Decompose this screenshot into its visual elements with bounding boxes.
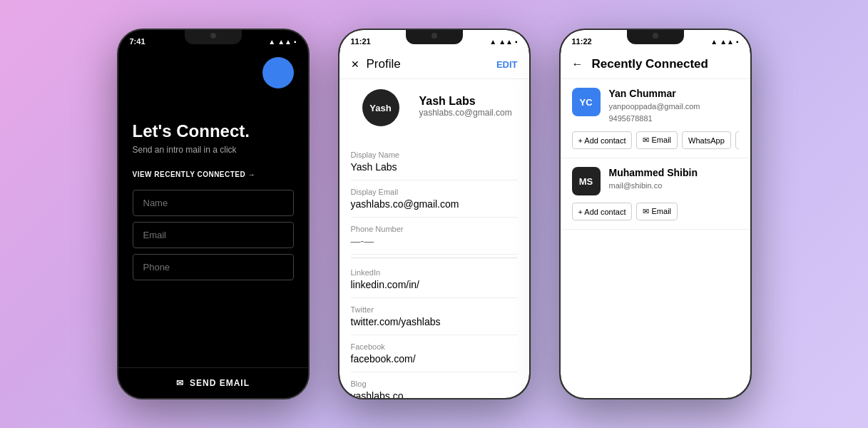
contact-row-yan: YC Yan Chummar yanpooppada@gmail.com 949… (572, 88, 739, 124)
recently-connected-header: ← Recently Connected (561, 50, 750, 79)
contact-actions-yan: + Add contact ✉ Email WhatsApp 📞 Ca... (572, 131, 739, 149)
phone-3: 11:22 ▲ ▲▲ ▪ ← Recently Connected YC Yan… (559, 29, 752, 399)
field-value-display-email: yashlabs.co@gmail.com (351, 198, 518, 210)
status-time-2: 11:21 (351, 37, 371, 46)
profile-name: Yash Labs (419, 95, 512, 108)
call-button-yan[interactable]: 📞 Ca... (735, 131, 739, 149)
profile-email-display: yashlabs.co@gmail.com (419, 108, 512, 118)
profile-fields: Display Name Yash Labs Display Email yas… (339, 143, 529, 398)
status-time-3: 11:22 (572, 37, 592, 46)
status-time-1: 7:41 (130, 37, 145, 46)
field-value-phone: —-— (351, 235, 518, 247)
field-label-twitter: Twitter (351, 305, 518, 314)
field-linkedin: LinkedIn linkedin.com/in/ (351, 261, 518, 298)
send-email-label: SEND EMAIL (190, 378, 250, 388)
camera-dot-1 (210, 33, 216, 39)
camera-dot-3 (653, 33, 658, 39)
contact-row-shibin: MS Muhammed Shibin mail@shibin.co (572, 167, 739, 195)
field-label-facebook: Facebook (351, 342, 518, 351)
section-divider-1 (351, 258, 518, 258)
phone-1-content: 7:41 ▲ ▲▲ ▪ Let's Connect. Send an intro… (118, 30, 308, 398)
wifi-icon: ▲ (268, 38, 275, 46)
contact-avatar-yan: YC (572, 88, 601, 116)
send-email-icon: ✉ (176, 378, 184, 388)
phone-1-screen: 7:41 ▲ ▲▲ ▪ Let's Connect. Send an intro… (118, 30, 308, 398)
lets-connect-subtext: Send an intro mail in a click (133, 145, 294, 155)
field-label-display-email: Display Email (351, 188, 518, 196)
status-icons-2: ▲ ▲▲ ▪ (489, 38, 517, 46)
field-label-phone: Phone Number (351, 225, 518, 233)
email-input[interactable] (133, 222, 294, 248)
back-arrow-icon[interactable]: ← (572, 58, 583, 71)
contact-name-yan: Yan Chummar (609, 88, 700, 99)
signal-icon-2: ▲▲ (499, 38, 513, 46)
blue-avatar-circle[interactable] (262, 57, 294, 88)
whatsapp-button-yan[interactable]: WhatsApp (682, 131, 731, 149)
battery-icon: ▪ (294, 38, 297, 46)
status-icons-3: ▲ ▲▲ ▪ (710, 38, 738, 46)
phone-1-main: Let's Connect. Send an intro mail in a c… (118, 50, 308, 362)
wifi-icon-3: ▲ (710, 38, 718, 46)
profile-header-left: ✕ Profile (351, 57, 401, 71)
profile-name-block: Yash Labs yashlabs.co@gmail.com (419, 95, 512, 118)
field-label-display-name: Display Name (351, 151, 518, 159)
field-phone-number: Phone Number —-— (351, 218, 518, 255)
contact-actions-shibin: + Add contact ✉ Email (572, 203, 739, 220)
view-recently-link[interactable]: VIEW RECENTLY CONNECTED → (133, 170, 294, 178)
contact-form (133, 190, 294, 355)
email-button-shibin[interactable]: ✉ Email (636, 203, 678, 220)
phone-2: 11:21 ▲ ▲▲ ▪ ✕ Profile EDIT Yash (338, 29, 531, 399)
contact-email-shibin: mail@shibin.co (609, 180, 698, 192)
contact-email-yan: yanpooppada@gmail.com (609, 101, 700, 113)
field-label-blog: Blog (351, 379, 518, 388)
field-value-blog: yashlabs.co (351, 390, 518, 398)
profile-title: Profile (367, 57, 401, 71)
notch-2 (406, 30, 463, 44)
field-label-linkedin: LinkedIn (351, 268, 518, 277)
profile-avatar-row: Yash Yash Labs yashlabs.co@gmail.com (339, 79, 529, 143)
field-twitter: Twitter twitter.com/yashlabs (351, 298, 518, 335)
edit-button[interactable]: EDIT (496, 59, 518, 70)
profile-header: ✕ Profile EDIT (339, 50, 529, 79)
lets-connect-heading: Let's Connect. (133, 121, 294, 142)
lets-connect-block: Let's Connect. Send an intro mail in a c… (133, 121, 294, 155)
field-value-linkedin: linkedin.com/in/ (351, 279, 518, 290)
contact-phone-yan: 9495678881 (609, 113, 700, 125)
phone-3-content: 11:22 ▲ ▲▲ ▪ ← Recently Connected YC Yan… (561, 30, 750, 398)
close-icon[interactable]: ✕ (351, 58, 359, 70)
notch-3 (627, 30, 684, 44)
contact-info-shibin: Muhammed Shibin mail@shibin.co (609, 167, 698, 192)
profile-avatar: Yash (362, 89, 399, 126)
notch-1 (185, 30, 242, 44)
send-email-button[interactable]: ✉ SEND EMAIL (118, 367, 308, 398)
phone-3-screen: 11:22 ▲ ▲▲ ▪ ← Recently Connected YC Yan… (561, 30, 750, 398)
battery-icon-3: ▪ (736, 38, 739, 46)
contact-avatar-shibin: MS (572, 167, 601, 195)
signal-icon: ▲▲ (277, 38, 292, 46)
field-facebook: Facebook facebook.com/ (351, 335, 518, 372)
name-input[interactable] (133, 190, 294, 216)
add-contact-button-yan[interactable]: + Add contact (572, 131, 633, 149)
recently-connected-title: Recently Connected (592, 57, 708, 71)
field-value-facebook: facebook.com/ (351, 353, 518, 365)
phone-2-content: 11:21 ▲ ▲▲ ▪ ✕ Profile EDIT Yash (339, 30, 529, 398)
battery-icon-2: ▪ (515, 38, 518, 46)
field-display-email: Display Email yashlabs.co@gmail.com (351, 180, 518, 218)
contact-info-yan: Yan Chummar yanpooppada@gmail.com 949567… (609, 88, 700, 124)
avatar-text: Yash (369, 103, 391, 113)
camera-dot-2 (432, 33, 437, 39)
status-icons-1: ▲ ▲▲ ▪ (268, 38, 296, 46)
field-blog: Blog yashlabs.co (351, 372, 518, 398)
field-display-name: Display Name Yash Labs (351, 143, 518, 180)
email-button-yan[interactable]: ✉ Email (636, 131, 678, 149)
phone-1: 7:41 ▲ ▲▲ ▪ Let's Connect. Send an intro… (117, 29, 310, 399)
contact-card-yan: YC Yan Chummar yanpooppada@gmail.com 949… (561, 79, 750, 158)
contact-name-shibin: Muhammed Shibin (609, 167, 698, 178)
phone-input[interactable] (133, 254, 294, 280)
field-value-display-name: Yash Labs (351, 161, 518, 173)
field-value-twitter: twitter.com/yashlabs (351, 316, 518, 327)
signal-icon-3: ▲▲ (720, 38, 734, 46)
wifi-icon-2: ▲ (489, 38, 496, 46)
add-contact-button-shibin[interactable]: + Add contact (572, 203, 633, 220)
contact-card-shibin: MS Muhammed Shibin mail@shibin.co + Add … (561, 158, 750, 230)
